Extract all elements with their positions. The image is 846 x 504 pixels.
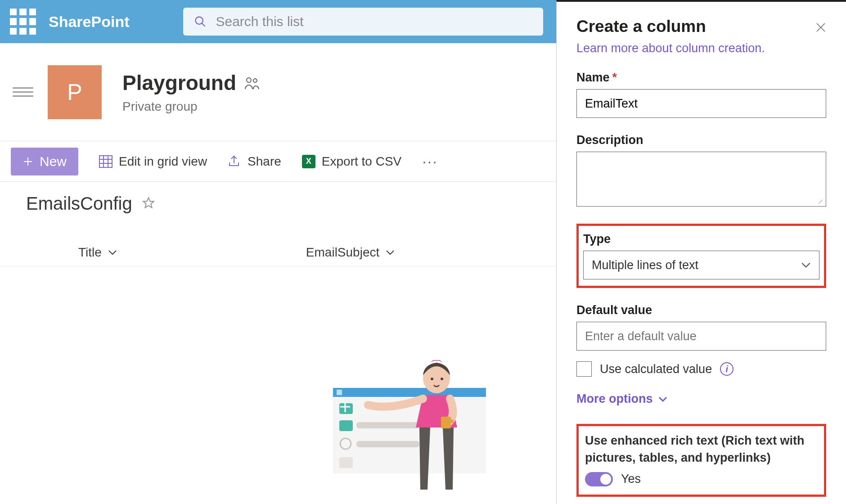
search-box[interactable] <box>183 8 543 36</box>
more-commands-button[interactable]: ··· <box>422 153 437 170</box>
description-input[interactable] <box>576 152 826 207</box>
svg-point-0 <box>196 17 203 24</box>
svg-point-2 <box>247 78 251 82</box>
svg-rect-23 <box>356 441 419 447</box>
svg-point-3 <box>253 79 257 82</box>
svg-rect-20 <box>339 420 353 431</box>
svg-rect-16 <box>333 397 486 473</box>
panel-title: Create a column <box>576 17 706 36</box>
excel-icon: X <box>302 155 315 168</box>
svg-rect-24 <box>339 457 353 468</box>
share-icon <box>228 155 241 168</box>
column-header-title[interactable]: Title <box>78 245 117 260</box>
app-launcher-icon[interactable] <box>10 9 36 35</box>
name-input[interactable] <box>576 89 826 118</box>
required-indicator: * <box>612 71 617 85</box>
share-button[interactable]: Share <box>228 154 281 169</box>
calculated-value-checkbox[interactable] <box>576 361 592 377</box>
close-icon <box>815 22 826 33</box>
close-panel-button[interactable] <box>815 17 826 36</box>
svg-line-1 <box>202 23 205 27</box>
chevron-down-icon <box>658 396 667 402</box>
nav-toggle-icon[interactable] <box>13 87 33 97</box>
default-value-label: Default value <box>576 303 652 317</box>
export-csv-button[interactable]: X Export to CSV <box>302 154 401 169</box>
plus-icon <box>22 156 33 167</box>
type-field-label: Type <box>583 232 611 246</box>
svg-rect-6 <box>99 156 112 167</box>
rich-text-callout: Use enhanced rich text (Rich text with p… <box>576 424 826 497</box>
create-column-panel: Create a column Learn more about column … <box>556 0 846 504</box>
chevron-down-icon <box>386 249 395 256</box>
chevron-down-icon <box>801 261 811 269</box>
resize-handle-icon[interactable]: ⟋ <box>816 197 824 207</box>
rich-text-toggle[interactable] <box>585 472 613 486</box>
list-title: EmailsConfig <box>26 194 132 214</box>
learn-more-link[interactable]: Learn more about column creation. <box>576 41 765 55</box>
type-select-value: Multiple lines of text <box>592 258 698 272</box>
grid-icon <box>99 155 112 168</box>
rich-text-toggle-state: Yes <box>621 472 641 486</box>
column-header-emailsubject-label: EmailSubject <box>306 245 379 260</box>
svg-rect-21 <box>356 422 419 428</box>
site-name[interactable]: Playground <box>122 71 236 95</box>
teams-icon[interactable] <box>244 71 260 95</box>
search-input[interactable] <box>216 14 532 29</box>
search-icon <box>194 15 207 28</box>
site-logo[interactable]: P <box>48 65 102 119</box>
svg-rect-17 <box>339 403 353 414</box>
svg-point-27 <box>441 378 443 380</box>
name-field-label: Name <box>576 71 610 85</box>
export-csv-label: Export to CSV <box>322 154 401 169</box>
new-button[interactable]: New <box>11 148 78 176</box>
svg-rect-15 <box>337 390 342 395</box>
edit-grid-button[interactable]: Edit in grid view <box>99 154 207 169</box>
share-label: Share <box>248 154 281 169</box>
calculated-value-label: Use calculated value <box>600 362 712 376</box>
brand-label[interactable]: SharePoint <box>49 13 129 31</box>
info-icon[interactable]: i <box>720 362 734 376</box>
favorite-star-icon[interactable] <box>142 197 155 211</box>
type-callout: Type Multiple lines of text <box>576 224 826 288</box>
svg-point-26 <box>431 378 433 380</box>
description-field-label: Description <box>576 133 644 147</box>
svg-rect-29 <box>449 419 454 423</box>
site-subtitle: Private group <box>122 99 260 114</box>
more-options-label: More options <box>576 392 653 406</box>
default-value-input[interactable] <box>576 322 826 351</box>
svg-rect-14 <box>333 388 486 397</box>
new-button-label: New <box>40 154 67 169</box>
edit-grid-label: Edit in grid view <box>119 154 207 169</box>
rich-text-label: Use enhanced rich text (Rich text with p… <box>585 432 818 467</box>
empty-list-illustration <box>333 360 495 492</box>
column-header-emailsubject[interactable]: EmailSubject <box>306 245 395 260</box>
column-header-title-label: Title <box>78 245 102 260</box>
more-options-toggle[interactable]: More options <box>576 392 826 406</box>
chevron-down-icon <box>108 249 117 256</box>
type-select[interactable]: Multiple lines of text <box>583 251 819 279</box>
svg-marker-11 <box>143 198 153 207</box>
